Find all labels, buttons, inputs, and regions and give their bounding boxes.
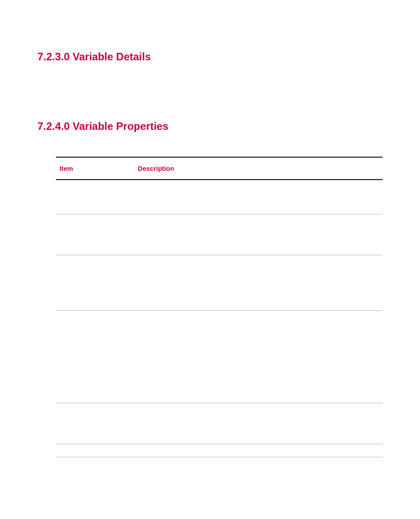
column-header-item: Item	[56, 157, 134, 180]
cell-description	[134, 403, 383, 444]
section-heading-variable-details: 7.2.3.0 Variable Details	[37, 51, 383, 63]
cell-item	[56, 444, 134, 457]
cell-item	[56, 310, 134, 403]
table-row	[56, 180, 383, 214]
cell-item	[56, 255, 134, 310]
document-page: 7.2.3.0 Variable Details 7.2.4.0 Variabl…	[0, 0, 420, 457]
cell-item	[56, 403, 134, 444]
table-row	[56, 403, 383, 444]
cell-description	[134, 255, 383, 310]
table-row	[56, 214, 383, 255]
table-row	[56, 310, 383, 403]
table-row	[56, 255, 383, 310]
column-header-description: Description	[134, 157, 383, 180]
cell-description	[134, 310, 383, 403]
cell-item	[56, 214, 134, 255]
cell-description	[134, 214, 383, 255]
section-heading-variable-properties: 7.2.4.0 Variable Properties	[37, 120, 383, 133]
cell-item	[56, 180, 134, 214]
variable-properties-table-wrap: Item Description	[56, 157, 383, 457]
variable-properties-table: Item Description	[56, 157, 383, 457]
table-row	[56, 444, 383, 457]
cell-description	[134, 180, 383, 214]
table-header-row: Item Description	[56, 157, 383, 180]
cell-description	[134, 444, 383, 457]
